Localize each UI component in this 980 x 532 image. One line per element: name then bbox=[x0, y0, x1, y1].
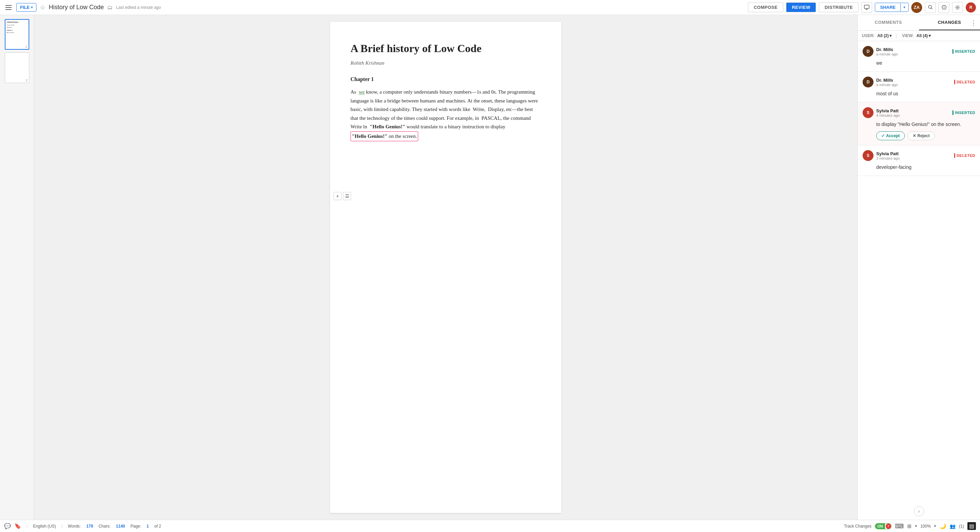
document-author: Rohith Krishnan bbox=[350, 60, 541, 66]
zoom-caret[interactable]: ▾ bbox=[934, 524, 936, 528]
add-block-button[interactable]: + bbox=[334, 192, 342, 200]
review-button[interactable]: REVIEW bbox=[786, 2, 816, 12]
keyboard-icon[interactable]: ⌨ bbox=[895, 522, 904, 530]
footer-separator: | bbox=[27, 524, 27, 529]
change-header-1: D Dr. Mills a minute ago INSERTED bbox=[862, 46, 975, 57]
header-actions: COMPOSE REVIEW DISTRIBUTE SHARE ▾ ZA i R bbox=[748, 2, 976, 13]
pink-border-box: "Hello Genius!" on the screen. bbox=[350, 131, 418, 142]
change-user-name-1: Dr. Mills bbox=[876, 47, 950, 52]
pages-view-icon[interactable]: ▤ bbox=[967, 522, 976, 530]
accept-button-3[interactable]: ✓ Accept bbox=[876, 131, 905, 140]
sidebar-changes-list: D Dr. Mills a minute ago INSERTED we D bbox=[858, 41, 980, 503]
change-text-4: developer-facing bbox=[876, 164, 975, 171]
change-user-name-2: Dr. Mills bbox=[876, 78, 951, 83]
page-thumbnails: A Brief history of Low Code Rohith K. Ch… bbox=[0, 15, 34, 520]
change-user-info-1: Dr. Mills a minute ago bbox=[876, 47, 950, 56]
search-button[interactable] bbox=[925, 2, 936, 13]
zoom-level[interactable]: 100% bbox=[920, 524, 931, 529]
view-caret[interactable]: ▾ bbox=[915, 524, 917, 528]
view-filter-text: All (4) bbox=[916, 33, 928, 38]
main-content: A Brief history of Low Code Rohith K. Ch… bbox=[0, 15, 980, 520]
change-card-3: S Sylvia Patt 4 minutes ago INSERTED to … bbox=[858, 102, 980, 145]
thumbnail-2[interactable]: 2 bbox=[5, 53, 29, 83]
reject-button-3[interactable]: ✕ Reject bbox=[907, 131, 935, 140]
users-count: (1) bbox=[959, 524, 964, 529]
change-avatar-4: S bbox=[862, 150, 873, 161]
user-filter-value[interactable]: All (2) ▾ bbox=[877, 33, 891, 38]
info-button[interactable]: i bbox=[939, 2, 950, 13]
share-button[interactable]: SHARE ▾ bbox=[875, 3, 908, 12]
footer-sep-2: | bbox=[61, 524, 62, 529]
user-filter-text: All (2) bbox=[877, 33, 888, 38]
comments-tab[interactable]: COMMENTS bbox=[858, 15, 919, 30]
track-changes-toggle[interactable]: ON 7 bbox=[875, 523, 891, 529]
scroll-down-arrow[interactable]: › bbox=[858, 503, 980, 520]
track-on-label: ON bbox=[875, 524, 885, 529]
svg-rect-0 bbox=[864, 5, 869, 8]
editor-area[interactable]: + ☰ A Brief history of Low Code Rohith K… bbox=[34, 15, 858, 520]
page-label: Page: bbox=[130, 524, 141, 529]
document-page: + ☰ A Brief history of Low Code Rohith K… bbox=[330, 22, 562, 513]
change-header-2: D Dr. Mills a minute ago DELETED bbox=[862, 76, 975, 88]
chars-label: Chars: bbox=[98, 524, 110, 529]
thumbnail-1[interactable]: A Brief history of Low Code Rohith K. Ch… bbox=[5, 19, 29, 50]
badge-bar-2 bbox=[954, 80, 955, 84]
change-user-name-3: Sylvia Patt bbox=[876, 108, 950, 113]
format-block-button[interactable]: ☰ bbox=[343, 192, 351, 200]
view-icon[interactable]: ⊞ bbox=[907, 523, 912, 529]
share-dropdown-icon[interactable]: ▾ bbox=[900, 3, 908, 11]
change-user-name-4: Sylvia Patt bbox=[876, 151, 951, 156]
compose-button[interactable]: COMPOSE bbox=[748, 2, 783, 12]
footer-left: 💬 🔖 bbox=[4, 523, 21, 529]
change-card-4: S Sylvia Patt 3 minutes ago DELETED deve… bbox=[858, 145, 980, 176]
file-button[interactable]: FILE ▾ bbox=[16, 3, 37, 11]
sidebar-tabs: COMMENTS CHANGES ⋮ bbox=[858, 15, 980, 30]
page-of: of 2 bbox=[154, 524, 161, 529]
change-avatar-1: D bbox=[862, 46, 873, 57]
distribute-button[interactable]: DISTRIBUTE bbox=[819, 2, 859, 12]
settings-button[interactable] bbox=[952, 2, 963, 13]
menu-button[interactable] bbox=[4, 4, 13, 11]
change-card-2: D Dr. Mills a minute ago DELETED most of… bbox=[858, 72, 980, 102]
document-title: History of Low Code bbox=[49, 4, 104, 11]
chars-count: 1140 bbox=[116, 524, 125, 529]
badge-bar-4 bbox=[954, 153, 955, 158]
svg-text:i: i bbox=[943, 6, 945, 9]
page-current: 1 bbox=[147, 524, 149, 529]
view-filter-value[interactable]: All (4) ▾ bbox=[916, 33, 930, 38]
filter-separator: | bbox=[896, 33, 897, 38]
badge-bar-1 bbox=[953, 49, 953, 54]
sidebar-more-icon[interactable]: ⋮ bbox=[970, 19, 977, 27]
svg-line-4 bbox=[931, 8, 932, 10]
user-avatar[interactable]: R bbox=[966, 2, 976, 13]
svg-point-3 bbox=[928, 5, 931, 8]
users-icon[interactable]: 👥 bbox=[950, 524, 956, 529]
avatar-icon-button[interactable]: ZA bbox=[911, 2, 922, 13]
words-count: 179 bbox=[86, 524, 93, 529]
change-time-4: 3 minutes ago bbox=[876, 156, 951, 160]
change-user-info-4: Sylvia Patt 3 minutes ago bbox=[876, 151, 951, 160]
inserted-we: we bbox=[359, 89, 365, 95]
user-filter-label: USER: bbox=[862, 33, 875, 38]
header: FILE ▾ ☆ History of Low Code 🗂 Last edit… bbox=[0, 0, 980, 15]
change-time-2: a minute ago bbox=[876, 83, 951, 87]
change-badge-4: DELETED bbox=[954, 153, 975, 158]
file-label: FILE bbox=[20, 5, 30, 10]
document-main-title: A Brief history of Low Code bbox=[350, 42, 541, 55]
change-text-2: most of us bbox=[876, 90, 975, 97]
footer-right: Track Changes ON 7 ⌨ ⊞ ▾ 100% ▾ 🌙 👥 (1) … bbox=[844, 522, 976, 530]
night-mode-icon[interactable]: 🌙 bbox=[940, 523, 946, 529]
star-icon[interactable]: ☆ bbox=[40, 4, 45, 11]
bookmark-icon[interactable]: 🔖 bbox=[14, 523, 21, 529]
share-label[interactable]: SHARE bbox=[875, 3, 900, 11]
footer: 💬 🔖 | English (US) | Words: 179 Chars: 1… bbox=[0, 520, 980, 532]
track-changes-label: Track Changes bbox=[844, 524, 872, 529]
present-icon-button[interactable] bbox=[861, 2, 872, 13]
language-label[interactable]: English (US) bbox=[33, 524, 56, 529]
accept-icon: ✓ bbox=[881, 134, 885, 138]
document-chapter: Chapter 1 bbox=[350, 76, 541, 82]
folder-icon[interactable]: 🗂 bbox=[107, 5, 113, 11]
words-label: Words: bbox=[68, 524, 81, 529]
comment-icon[interactable]: 💬 bbox=[4, 523, 11, 529]
sidebar: COMMENTS CHANGES ⋮ USER: All (2) ▾ | VIE… bbox=[858, 15, 980, 520]
